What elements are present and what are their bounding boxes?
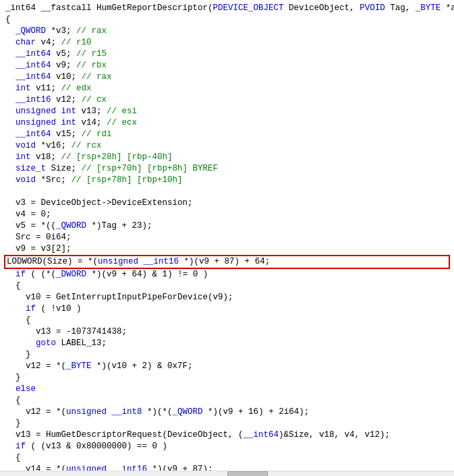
code-line-18: v3 = DeviceObject->DeviceExtension; — [0, 198, 454, 209]
code-line-17 — [0, 186, 454, 198]
code-line-1: _int64 __fastcall HumGetReportDescriptor… — [0, 3, 454, 14]
code-line-22: v9 = v3[2]; — [0, 243, 454, 255]
code-line-36: v12 = *(unsigned __int8 *)(*(_QWORD *)(v… — [0, 407, 454, 418]
code-line-15: size_t Size; // [rsp+70h] [rbp+8h] BYREF — [0, 163, 454, 175]
code-line-30: goto LABEL_13; — [0, 338, 454, 349]
code-line-21: Src = 0i64; — [0, 232, 454, 243]
code-line-24: if ( (*(_DWORD *)(v9 + 64) & 1) != 0 ) — [0, 269, 454, 280]
code-line-25: { — [0, 280, 454, 292]
code-line-13: void *v16; // rcx — [0, 140, 454, 152]
code-line-26: v10 = GetInterruptInputPipeForDevice(v9)… — [0, 292, 454, 303]
code-line-33: } — [0, 372, 454, 384]
code-line-23: LODWORD(Size) = *(unsigned __int16 *)(v9… — [4, 255, 450, 269]
code-line-12: __int64 v15; // rdi — [0, 129, 454, 140]
code-line-16: void *Src; // [rsp+78h] [rbp+10h] — [0, 175, 454, 186]
code-line-4: char v4; // r10 — [0, 37, 454, 49]
code-line-40: { — [0, 452, 454, 464]
code-line-37: } — [0, 418, 454, 429]
code-line-5: __int64 v5; // r15 — [0, 49, 454, 60]
code-line-34: else — [0, 384, 454, 395]
code-line-20: v5 = *((_QWORD *)Tag + 23); — [0, 220, 454, 232]
code-line-39: if ( (v13 & 0x80000000) == 0 ) — [0, 441, 454, 452]
code-line-29: v13 = -1073741438; — [0, 326, 454, 338]
code-line-14: int v18; // [rsp+28h] [rbp-40h] — [0, 152, 454, 163]
code-line-9: __int16 v12; // cx — [0, 94, 454, 106]
code-line-32: v12 = *(_BYTE *)(v10 + 2) & 0x7F; — [0, 361, 454, 372]
code-line-28: { — [0, 315, 454, 326]
code-line-38: v13 = HumGetDescriptorRequest(DeviceObje… — [0, 429, 454, 441]
code-line-8: int v11; // edx — [0, 83, 454, 94]
code-line-7: __int64 v10; // rax — [0, 71, 454, 83]
code-line-31: } — [0, 349, 454, 361]
code-line-19: v4 = 0; — [0, 209, 454, 220]
code-line-11: unsigned int v14; // ecx — [0, 117, 454, 129]
horizontal-scrollbar[interactable] — [0, 471, 454, 476]
code-viewer: _int64 __fastcall HumGetReportDescriptor… — [0, 0, 454, 476]
code-line-10: unsigned int v13; // esi — [0, 106, 454, 117]
code-line-35: { — [0, 395, 454, 407]
code-line-3: _QWORD *v3; // rax — [0, 26, 454, 37]
code-line-6: __int64 v9; // rbx — [0, 60, 454, 71]
code-line-2: { — [0, 14, 454, 26]
code-line-27: if ( !v10 ) — [0, 303, 454, 315]
